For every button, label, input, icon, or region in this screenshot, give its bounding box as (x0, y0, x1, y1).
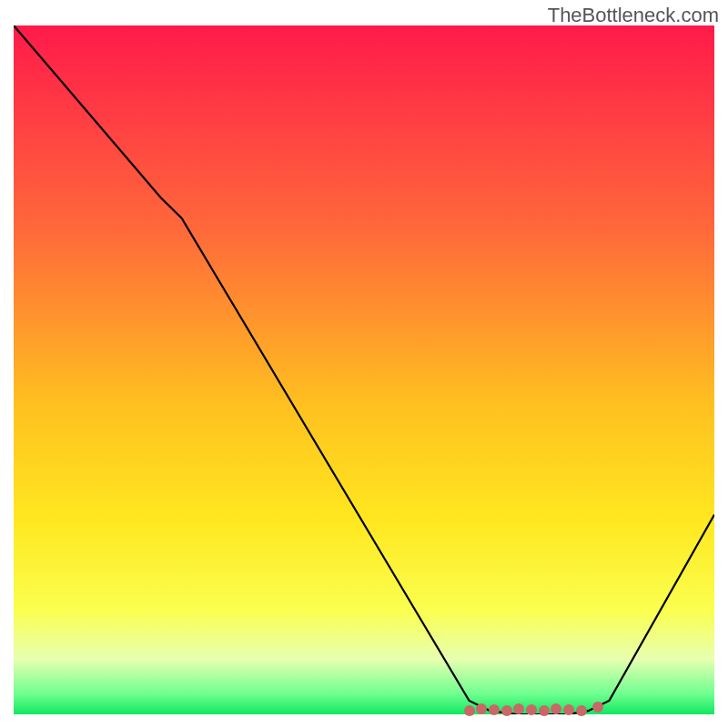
highlight-dot (576, 705, 587, 716)
watermark-text: TheBottleneck.com (548, 4, 719, 27)
highlight-end-dot (592, 702, 603, 713)
curve-line (14, 25, 714, 714)
highlight-dot (464, 705, 475, 716)
chart-area (14, 25, 714, 714)
highlight-dot (563, 704, 574, 715)
highlight-dot (501, 705, 512, 716)
highlight-dot (539, 705, 550, 716)
highlight-dot (489, 704, 500, 715)
highlight-dot (526, 704, 537, 715)
